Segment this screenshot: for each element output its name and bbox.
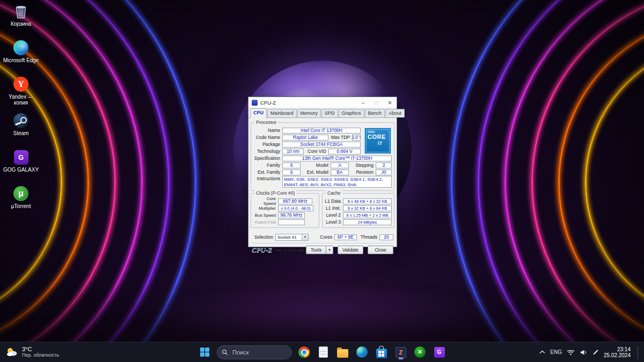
desktop-icon-yandex[interactable]: Y Yandex — копия [0, 76, 42, 113]
taskbar-app-chrome[interactable] [297, 345, 311, 359]
volume-icon[interactable] [580, 349, 588, 356]
desktop-icon-label: Microsoft Edge [3, 57, 39, 63]
tab-spd[interactable]: SPD [321, 109, 338, 117]
ext-model-field: BA [331, 169, 349, 175]
weather-temp: 3°C [22, 346, 59, 352]
taskbar-center: Z ✕ G [197, 345, 447, 359]
cpuz-app-icon [252, 100, 258, 106]
recycle-bin-icon [13, 3, 28, 19]
level2-field: 6 x 1.25 MB + 2 x 2 MB [343, 212, 392, 218]
validate-button[interactable]: Validate [338, 246, 363, 254]
desktop-icon-label: Корзина [11, 21, 31, 27]
processor-group: Processor intel. CORE i7 Name Intel Core… [251, 122, 394, 191]
desktop-icon-gog-galaxy[interactable]: G GOG GALAXY [0, 149, 42, 186]
selection-value: Socket #1 [276, 235, 302, 240]
rated-fsb-label: Rated FSB [253, 220, 278, 225]
dropdown-arrow-icon: ▾ [302, 234, 308, 240]
yandex-art: Y [13, 76, 29, 92]
close-button[interactable]: Close [368, 246, 393, 254]
technology-field: 10 nm [282, 149, 304, 154]
bus-speed-label: Bus Speed [253, 213, 278, 218]
desktop-icon-utorrent[interactable]: µ µTorrent [0, 186, 42, 222]
show-desktop-button[interactable] [638, 346, 640, 359]
clocks-group-label: Clocks (P-Core #0) [254, 190, 296, 196]
clock[interactable]: 23:14 25.02.2024 [604, 346, 631, 358]
weather-text: 3°C Пер. облачность [22, 346, 59, 358]
start-button[interactable] [197, 345, 212, 359]
cpuz-logo: CPU-Z [252, 246, 272, 254]
tab-memory[interactable]: Memory [297, 109, 321, 117]
level2-row: Level 2 6 x 1.25 MB + 2 x 2 MB [325, 212, 392, 218]
taskbar-app-edge[interactable] [355, 345, 369, 359]
tab-cpu[interactable]: CPU [250, 108, 267, 118]
level2-label: Level 2 [325, 212, 343, 218]
bus-speed-field: 99.76 MHz [278, 212, 305, 218]
gog-art: G [13, 149, 29, 165]
taskbar-app-gog[interactable]: G [432, 345, 447, 359]
taskbar-app-cpuz[interactable]: Z [393, 345, 408, 359]
steam-icon [13, 113, 28, 128]
multiplier-row: Multiplier x 9.0 (4.0 - 48.0) [253, 205, 317, 211]
taskbar-app-file-explorer[interactable] [335, 345, 350, 359]
bus-speed-row: Bus Speed 99.76 MHz [253, 212, 317, 218]
weather-widget[interactable]: 3°C Пер. облачность [5, 346, 59, 358]
system-tray: ENG 23:14 25.02.2024 [539, 346, 640, 359]
threads-label: Threads [357, 234, 379, 240]
taskbar-app-xbox[interactable]: ✕ [413, 345, 427, 359]
ext-family-row: Ext. Family 6 Ext. Model BA Revision J0 [253, 169, 392, 175]
microsoft-store-icon [376, 349, 387, 358]
desktop-icon-microsoft-edge[interactable]: Microsoft Edge [0, 40, 42, 76]
instructions-row: Instructions MMX, SSE, SSE2, SSE3, SSSE3… [253, 176, 392, 188]
tray-date: 25.02.2024 [604, 352, 631, 358]
gog-galaxy-icon: G [14, 150, 28, 165]
cpuz-title-bar[interactable]: CPU-Z – □ ✕ [248, 97, 397, 108]
threads-field: 20 [379, 234, 393, 240]
l1-data-label: L1 Data [325, 198, 343, 204]
language-indicator[interactable]: ENG [550, 349, 562, 355]
tab-bench[interactable]: Bench [365, 109, 385, 117]
close-window-button[interactable]: ✕ [383, 98, 397, 108]
selection-label: Selection [252, 234, 275, 240]
specification-field: 13th Gen Intel® Core™ i7-13700H [282, 156, 392, 161]
tab-mainboard[interactable]: Mainboard [267, 109, 297, 117]
core-speed-label: Core Speed [253, 196, 278, 206]
search-icon [222, 349, 228, 356]
instructions-label: Instructions [253, 176, 282, 181]
tools-dropdown-arrow-icon[interactable]: ▾ [326, 246, 333, 254]
rated-fsb-field [278, 219, 305, 225]
minimize-button[interactable]: – [356, 98, 370, 108]
core-vid-field: 0.664 V [328, 149, 361, 154]
utorrent-art: µ [13, 186, 29, 202]
code-name-label: Code Name [253, 135, 282, 140]
hidden-icons-chevron-icon[interactable] [539, 350, 545, 354]
selection-dropdown[interactable]: Socket #1 ▾ [275, 234, 309, 241]
package-field: Socket 1744 FCBGA [282, 142, 361, 147]
max-tdp-field: 45.0 W [352, 135, 361, 141]
clocks-group: Clocks (P-Core #0) Core Speed 897.80 MHz… [251, 193, 319, 228]
family-field: 6 [282, 162, 301, 168]
i7-text: i7 [365, 141, 391, 146]
tools-button[interactable]: Tools [306, 246, 326, 254]
pen-icon[interactable] [592, 349, 599, 356]
search-input[interactable] [217, 345, 292, 359]
window-title: CPU-Z [260, 100, 356, 106]
l1-data-row: L1 Data 6 x 48 KB + 8 x 32 KB [325, 198, 392, 204]
desktop-icon-label: GOG GALAXY [3, 167, 39, 173]
wifi-icon[interactable] [567, 349, 575, 356]
taskbar-app-store[interactable] [374, 345, 389, 359]
cache-group-label: Cache [326, 190, 342, 196]
specification-row: Specification 13th Gen Intel® Core™ i7-1… [253, 155, 392, 161]
tab-about[interactable]: About [385, 109, 405, 117]
taskbar-app-documents[interactable] [316, 345, 331, 359]
tray-time: 23:14 [617, 346, 631, 352]
model-field: A [331, 162, 349, 168]
clocks-cache-columns: Clocks (P-Core #0) Core Speed 897.80 MHz… [251, 193, 394, 230]
specification-label: Specification [253, 156, 282, 161]
desktop-icon-steam[interactable]: Steam [0, 113, 42, 149]
package-label: Package [253, 142, 282, 147]
tab-graphics[interactable]: Graphics [339, 109, 364, 117]
desktop-icon-recycle-bin[interactable]: Корзина [0, 3, 42, 40]
intel-core-i7-badge: intel. CORE i7 [364, 128, 391, 154]
cpu-name-field: Intel Core i7 13700H [282, 128, 361, 134]
microsoft-edge-icon [356, 346, 368, 358]
